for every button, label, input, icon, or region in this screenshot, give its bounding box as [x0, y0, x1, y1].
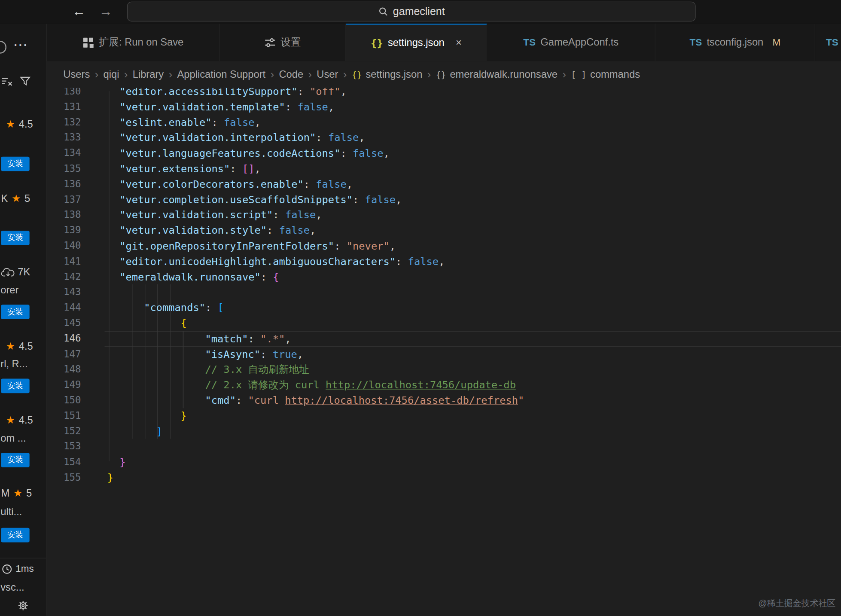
line-number[interactable]: 146 — [47, 331, 81, 346]
line-number[interactable]: 135 — [47, 161, 81, 177]
code-line-153[interactable]: 153 — [47, 439, 841, 454]
code-token: : — [316, 131, 328, 143]
install-button[interactable]: 安装 — [1, 453, 29, 467]
code-line-155[interactable]: 155} — [47, 470, 841, 485]
tab-gameappconf[interactable]: TSGameAppConf.ts — [487, 24, 655, 61]
code-line-151[interactable]: 151} — [47, 408, 841, 424]
line-number[interactable]: 141 — [47, 253, 81, 269]
code-line-144[interactable]: 144"commands": [ — [47, 300, 841, 315]
code-link[interactable]: http://localhost:7456/update-db — [326, 379, 516, 390]
line-number[interactable]: 134 — [47, 146, 81, 161]
clear-filter-icon[interactable] — [1, 75, 12, 89]
back-arrow-icon[interactable]: ← — [70, 0, 88, 24]
code-token: "curl — [248, 394, 285, 406]
code-line-132[interactable]: 132"eslint.enable": false, — [47, 115, 841, 130]
line-number[interactable]: 137 — [47, 192, 81, 207]
manage-gear-button[interactable] — [16, 599, 30, 615]
line-number[interactable]: 131 — [47, 99, 81, 115]
code-line-131[interactable]: 131"vetur.validation.template": false, — [47, 99, 841, 115]
line-number[interactable]: 147 — [47, 346, 81, 362]
install-button[interactable]: 安装 — [1, 305, 29, 319]
tab-tsconfig[interactable]: TStsconfig.jsonM — [655, 24, 815, 61]
line-number[interactable]: 138 — [47, 207, 81, 223]
tab-settings-json[interactable]: {}settings.json× — [346, 24, 487, 61]
line-number[interactable]: 144 — [47, 300, 81, 315]
line-number[interactable]: 149 — [47, 377, 81, 393]
line-number[interactable]: 132 — [47, 115, 81, 130]
code-line-150[interactable]: 150"cmd": "curl http://localhost:7456/as… — [47, 393, 841, 408]
breadcrumb-item-library[interactable]: Library — [133, 69, 164, 80]
install-button[interactable]: 安装 — [1, 157, 29, 171]
breadcrumb-item-users[interactable]: Users — [63, 69, 90, 80]
code-line-137[interactable]: 137"vetur.completion.useScaffoldSnippets… — [47, 192, 841, 207]
line-number[interactable]: 142 — [47, 269, 81, 284]
code-token: "vetur.validation.script" — [119, 209, 273, 220]
install-button[interactable]: 安装 — [1, 528, 29, 543]
code-text: "vetur.validation.script": false, — [107, 207, 322, 223]
code-line-133[interactable]: 133"vetur.validation.interpolation": fal… — [47, 130, 841, 146]
code-link[interactable]: http://localhost:7456/asset-db/refresh — [285, 394, 518, 406]
line-number[interactable]: 136 — [47, 177, 81, 192]
code-token: : — [260, 348, 273, 360]
code-token: : — [211, 116, 224, 128]
rating-value: 4.5 — [19, 415, 33, 426]
code-line-135[interactable]: 135"vetur.extensions": [], — [47, 161, 841, 177]
install-button[interactable]: 安装 — [1, 379, 29, 393]
line-number[interactable]: 140 — [47, 238, 81, 253]
line-number[interactable]: 155 — [47, 470, 81, 485]
code-text: "commands": [ — [107, 300, 224, 315]
code-line-147[interactable]: 147"isAsync": true, — [47, 346, 841, 362]
line-number[interactable]: 151 — [47, 408, 81, 424]
code-line-145[interactable]: 145{ — [47, 315, 841, 331]
code-line-138[interactable]: 138"vetur.validation.script": false, — [47, 207, 841, 223]
line-number[interactable]: 133 — [47, 130, 81, 146]
line-number[interactable]: 139 — [47, 223, 81, 238]
code-line-136[interactable]: 136"vetur.colorDecorators.enable": false… — [47, 177, 841, 192]
command-center-search[interactable]: gameclient — [127, 2, 696, 21]
breadcrumb-label: User — [317, 69, 338, 80]
code-line-134[interactable]: 134"vetur.languageFeatures.codeActions":… — [47, 146, 841, 161]
code-lines[interactable]: 130"editor.accessibilitySupport": "off",… — [47, 84, 841, 485]
tab-settings-ui[interactable]: 设置 — [220, 24, 346, 61]
forward-arrow-icon[interactable]: → — [97, 0, 115, 24]
breadcrumb-item-settings-json[interactable]: {}settings.json — [352, 69, 423, 80]
extension-text-fragment: vsc... — [0, 582, 46, 593]
code-line-148[interactable]: 148// 3.x 自动刷新地址 — [47, 362, 841, 377]
code-line-141[interactable]: 141"editor.unicodeHighlight.ambiguousCha… — [47, 253, 841, 269]
line-number[interactable]: 148 — [47, 362, 81, 377]
breadcrumb-item-user[interactable]: User — [317, 69, 338, 80]
tab-partial[interactable]: TS — [815, 24, 841, 61]
line-number[interactable]: 153 — [47, 439, 81, 454]
line-number[interactable]: 145 — [47, 315, 81, 331]
close-icon[interactable]: × — [456, 37, 462, 49]
code-line-142[interactable]: 142"emeraldwalk.runonsave": { — [47, 269, 841, 284]
breadcrumb-label: Users — [63, 69, 90, 80]
install-button[interactable]: 安装 — [1, 231, 29, 245]
code-line-140[interactable]: 140"git.openRepositoryInParentFolders": … — [47, 238, 841, 253]
breadcrumb-item-emeraldwalk-runonsave[interactable]: {}emeraldwalk.runonsave — [436, 69, 558, 80]
breadcrumb-item-application-support[interactable]: Application Support — [177, 69, 265, 80]
code-line-139[interactable]: 139"vetur.validation.style": false, — [47, 223, 841, 238]
breadcrumb-item-qiqi[interactable]: qiqi — [104, 69, 119, 80]
more-actions-icon[interactable]: ··· — [14, 39, 28, 52]
tab-label: GameAppConf.ts — [540, 37, 619, 48]
code-token: false — [285, 209, 316, 220]
breadcrumb-item-commands[interactable]: [ ]commands — [571, 69, 640, 80]
line-number[interactable]: 150 — [47, 393, 81, 408]
code-line-152[interactable]: 152] — [47, 424, 841, 439]
tab-run-on-save[interactable]: 扩展: Run on Save — [47, 24, 220, 61]
filter-icon[interactable] — [19, 75, 31, 89]
code-line-143[interactable]: 143 — [47, 284, 841, 300]
breadcrumb-item-code[interactable]: Code — [279, 69, 303, 80]
code-line-146[interactable]: 146"match": ".*", — [47, 331, 841, 346]
editor-region[interactable]: Users›qiqi›Library›Application Support›C… — [47, 61, 841, 616]
code-token: "editor.unicodeHighlight.ambiguousCharac… — [119, 255, 396, 267]
tab-label: settings.json — [388, 37, 445, 49]
line-number[interactable]: 154 — [47, 454, 81, 470]
line-number[interactable]: 152 — [47, 424, 81, 439]
code-token: "cmd" — [205, 394, 235, 406]
code-line-149[interactable]: 149// 2.x 请修改为 curl http://localhost:745… — [47, 377, 841, 393]
code-text: "vetur.completion.useScaffoldSnippets": … — [107, 192, 402, 207]
line-number[interactable]: 143 — [47, 284, 81, 300]
code-line-154[interactable]: 154} — [47, 454, 841, 470]
